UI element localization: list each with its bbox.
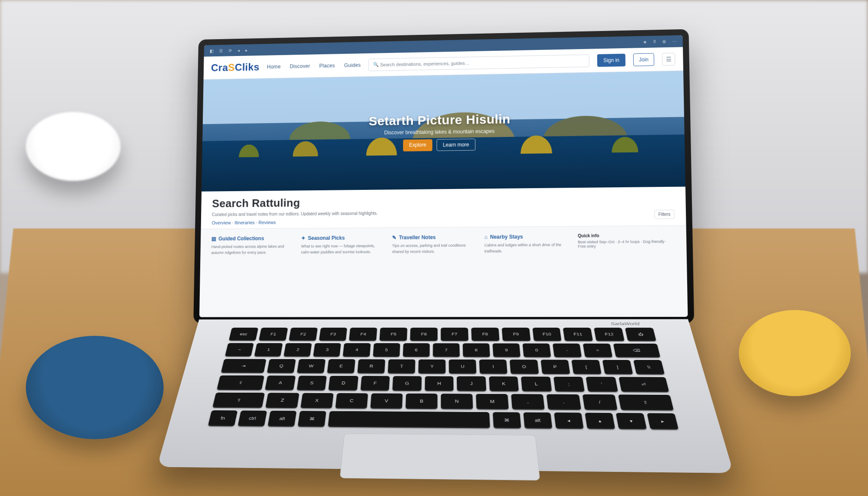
key[interactable]: M [476, 394, 508, 409]
key[interactable]: esc [229, 328, 258, 341]
key-arrow-up[interactable]: ▴ [585, 413, 615, 429]
key[interactable]: 5 [373, 343, 400, 357]
key[interactable]: D [329, 376, 358, 391]
key[interactable]: L [521, 377, 552, 392]
join-button[interactable]: Join [633, 53, 654, 66]
key[interactable]: K [489, 376, 519, 391]
key[interactable]: - [553, 344, 582, 357]
key[interactable]: V [370, 394, 403, 409]
key-arrow-right[interactable]: ▸ [647, 413, 679, 429]
site-logo[interactable]: CraSCliks [211, 61, 260, 74]
key[interactable]: 9 [493, 343, 521, 357]
key[interactable]: C [335, 393, 368, 409]
key[interactable]: F1 [259, 328, 288, 341]
chrome-icon[interactable]: ◧ [210, 49, 214, 53]
key-shift[interactable]: ⇧ [212, 393, 265, 408]
key-arrow-down[interactable]: ▾ [616, 413, 647, 429]
section-links[interactable]: Overview · Itineraries · Reviews [212, 217, 675, 225]
key-tab[interactable]: ⇥ [221, 359, 266, 373]
key[interactable]: F11 [563, 328, 593, 341]
chrome-icon[interactable]: ⋯ [672, 39, 676, 43]
key-space[interactable] [328, 411, 490, 428]
hero-ghost-button[interactable]: Learn more [437, 139, 476, 151]
chrome-icon[interactable]: ★ [643, 40, 647, 44]
key[interactable]: 4 [343, 343, 370, 357]
key[interactable]: A [265, 375, 296, 390]
key-cmd[interactable]: ⌘ [298, 411, 326, 427]
key[interactable]: H [425, 376, 453, 391]
key-caps[interactable]: ⇪ [217, 375, 264, 390]
nav-link[interactable]: Discover [290, 63, 310, 69]
key-alt[interactable]: alt [523, 412, 552, 429]
key-backspace[interactable]: ⌫ [614, 344, 660, 358]
key[interactable]: F2 [288, 328, 317, 341]
key[interactable]: / [582, 394, 617, 410]
chrome-icon[interactable]: ☰ [219, 48, 223, 53]
key-ctrl[interactable]: ctrl [238, 410, 267, 426]
feature-col-title[interactable]: ✦Seasonal Picks [301, 235, 385, 241]
nav-link[interactable]: Home [267, 64, 281, 70]
key[interactable]: F9 [502, 328, 530, 341]
key-alt[interactable]: alt [268, 411, 297, 427]
key[interactable]: E [327, 359, 355, 373]
search-input[interactable]: 🔍 Search destinations, experiences, guid… [368, 54, 589, 71]
key[interactable]: F4 [349, 328, 377, 341]
chrome-icon[interactable]: ⠿ [653, 39, 656, 44]
key[interactable]: 6 [403, 343, 429, 357]
hero-cta-button[interactable]: Explore [403, 139, 432, 151]
key[interactable]: F7 [441, 328, 468, 341]
key[interactable]: T [388, 360, 415, 374]
key[interactable]: O [510, 360, 539, 374]
key[interactable]: ⏻ [625, 328, 657, 341]
key[interactable]: B [406, 394, 437, 409]
key[interactable]: ] [602, 360, 633, 375]
key[interactable]: R [357, 359, 385, 373]
key[interactable]: Z [266, 393, 299, 408]
nav-link[interactable]: Guides [344, 62, 361, 68]
key[interactable]: ' [586, 377, 618, 392]
key[interactable]: 8 [463, 343, 490, 357]
key[interactable]: ~ [225, 343, 254, 357]
key-cmd[interactable]: ⌘ [493, 412, 521, 428]
key[interactable]: U [449, 360, 477, 374]
nav-link[interactable]: Places [319, 62, 335, 68]
key[interactable]: , [511, 394, 545, 409]
key[interactable]: 2 [284, 343, 312, 357]
key-shift[interactable]: ⇧ [618, 394, 674, 410]
key[interactable]: F6 [410, 328, 438, 341]
key[interactable]: X [300, 393, 333, 409]
feature-col-title[interactable]: ⌂Nearby Stays [484, 233, 570, 240]
key[interactable]: F5 [380, 328, 408, 341]
key[interactable]: S [297, 376, 327, 391]
key[interactable]: F10 [532, 328, 561, 341]
key-arrow-left[interactable]: ◂ [554, 412, 584, 429]
chrome-icon[interactable]: ▸ [245, 48, 248, 53]
key[interactable]: F [360, 376, 390, 391]
chrome-icon[interactable]: ◂ [238, 48, 240, 53]
key[interactable]: J [457, 376, 486, 391]
key-enter[interactable]: ⏎ [618, 377, 669, 392]
key[interactable]: F12 [594, 328, 625, 341]
chrome-icon[interactable]: ⟳ [229, 48, 232, 53]
key[interactable]: \\ [633, 360, 665, 375]
key[interactable]: P [540, 360, 570, 374]
key[interactable]: [ [571, 360, 601, 375]
key[interactable]: 0 [523, 344, 551, 357]
filters-button[interactable]: Filters [654, 210, 675, 219]
chrome-icon[interactable]: ⚙ [662, 39, 666, 44]
feature-col-title[interactable]: ✎Traveller Notes [392, 234, 477, 241]
key[interactable]: 1 [254, 343, 282, 357]
trackpad[interactable] [340, 434, 540, 480]
feature-col-title[interactable]: ▤Guided Collections [211, 235, 294, 242]
key[interactable]: I [479, 360, 508, 374]
key-fn[interactable]: fn [208, 410, 238, 426]
key[interactable]: Y [418, 360, 446, 374]
key[interactable]: 7 [433, 343, 459, 357]
key[interactable]: Q [267, 359, 295, 373]
key[interactable]: N [441, 394, 473, 409]
key[interactable]: = [583, 344, 613, 357]
key[interactable]: G [393, 376, 422, 391]
key[interactable]: W [297, 359, 326, 373]
key[interactable]: F8 [471, 328, 499, 341]
signin-button[interactable]: Sign in [597, 53, 626, 67]
